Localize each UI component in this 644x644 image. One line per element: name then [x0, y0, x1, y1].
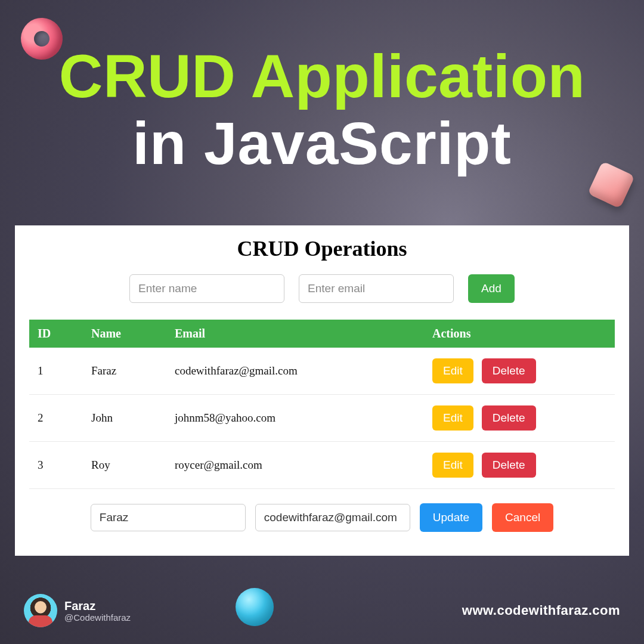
hero-line-2: in JavaScript	[0, 112, 644, 175]
cell-email: codewithfaraz@gmail.com	[166, 348, 424, 395]
add-button[interactable]: Add	[468, 274, 515, 303]
site-url: www.codewithfaraz.com	[462, 603, 620, 618]
table-row: 3 Roy roycer@gmail.com Edit Delete	[29, 442, 615, 489]
col-actions: Actions	[424, 320, 615, 348]
table-row: 2 John johnm58@yahoo.com Edit Delete	[29, 395, 615, 442]
edit-button[interactable]: Edit	[432, 453, 473, 478]
crud-panel: CRUD Operations Add ID Name Email Action…	[15, 225, 629, 556]
email-input[interactable]	[299, 274, 454, 303]
cell-name: Faraz	[83, 348, 166, 395]
col-email: Email	[166, 320, 424, 348]
edit-button[interactable]: Edit	[432, 358, 473, 383]
cell-id: 1	[29, 348, 83, 395]
delete-button[interactable]: Delete	[482, 405, 536, 431]
name-input[interactable]	[129, 274, 284, 303]
cell-email: johnm58@yahoo.com	[166, 395, 424, 442]
add-form: Add	[29, 274, 615, 303]
edit-form: Update Cancel	[29, 503, 615, 532]
delete-button[interactable]: Delete	[482, 358, 536, 383]
table-row: 1 Faraz codewithfaraz@gmail.com Edit Del…	[29, 348, 615, 395]
cancel-button[interactable]: Cancel	[492, 503, 553, 532]
cell-email: roycer@gmail.com	[166, 442, 424, 489]
author-handle: @Codewithfaraz	[64, 612, 131, 623]
cell-name: John	[83, 395, 166, 442]
panel-heading: CRUD Operations	[29, 236, 615, 261]
edit-button[interactable]: Edit	[432, 405, 473, 431]
author-block: Faraz @Codewithfaraz	[24, 594, 131, 627]
update-button[interactable]: Update	[420, 503, 482, 532]
delete-button[interactable]: Delete	[482, 453, 536, 478]
hero-title: CRUD Application in JavaScript	[0, 45, 644, 175]
hero-line-1: CRUD Application	[0, 45, 644, 109]
col-id: ID	[29, 320, 83, 348]
cell-id: 3	[29, 442, 83, 489]
avatar	[24, 594, 57, 627]
cell-name: Roy	[83, 442, 166, 489]
col-name: Name	[83, 320, 166, 348]
edit-email-input[interactable]	[255, 504, 410, 531]
footer: Faraz @Codewithfaraz www.codewithfaraz.c…	[0, 594, 644, 627]
cell-id: 2	[29, 395, 83, 442]
edit-name-input[interactable]	[91, 504, 246, 531]
records-table: ID Name Email Actions 1 Faraz codewithfa…	[29, 320, 615, 489]
author-name: Faraz	[64, 599, 131, 612]
